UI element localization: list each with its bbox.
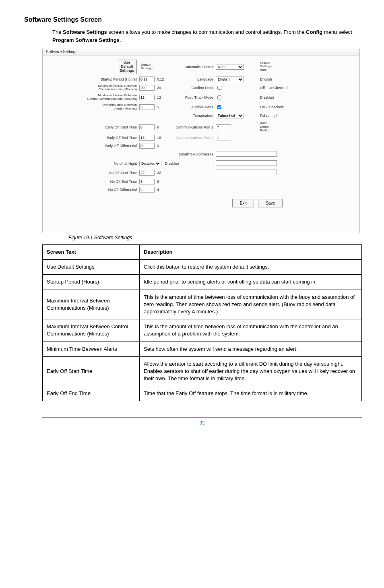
intro-bold-3: Program Software Settings [52, 37, 120, 43]
table-cell: Allows the aerator to start according to… [140, 356, 362, 386]
table-row: Use Default SettingsClick this button to… [43, 260, 362, 275]
no-off-diff-input[interactable] [139, 187, 155, 193]
table-cell: Maximum Interval Between Communications … [43, 290, 140, 319]
default-settings-header: DefaultSettings [139, 63, 165, 70]
intro-bold-1: Software Settings [63, 29, 107, 35]
no-off-night-select[interactable]: Disabled [139, 161, 161, 166]
min-alert-label: Minimum Time BetweenAlerts (Minutes) [48, 104, 139, 111]
dialog-title: Software Settings [43, 48, 359, 56]
intro-text: screen allows you to make changes to com… [107, 29, 306, 35]
table-row: Minimum Time Between AlertsSets how ofte… [43, 342, 362, 356]
no-off-start-label: No Off Start Time [48, 171, 139, 175]
table-cell: Minimum Time Between Alerts [43, 342, 140, 356]
early-off-start-input[interactable] [139, 124, 155, 130]
early-off-start-label: Early Off Start Time [48, 125, 139, 129]
email-input-3[interactable] [216, 170, 277, 175]
early-end-default: 18 [155, 136, 165, 140]
email-addresses-label: Email/Text Addresses [165, 152, 216, 156]
comm-port-1-input[interactable] [216, 124, 231, 130]
max-ctrl-default: 12 [155, 95, 165, 99]
no-off-end-default: 6 [155, 180, 165, 184]
early-start-default: 6 [155, 125, 165, 129]
table-cell: Click this button to restore the system … [140, 260, 362, 275]
table-cell: Time that the Early Off feature stops. T… [140, 386, 362, 401]
max-ctrl-interval-input[interactable] [139, 95, 155, 100]
min-alert-input[interactable] [139, 104, 155, 110]
no-off-night-label: No off at Night [48, 161, 139, 166]
no-off-start-input[interactable] [139, 170, 155, 176]
automatic-control-label: Automatic Control [165, 65, 216, 69]
table-cell: Idle period prior to sending alerts or c… [140, 275, 362, 290]
table-cell: Early Off Start Time [43, 356, 140, 386]
temperature-label: Temperature [165, 114, 216, 118]
startup-default: 0.12 [155, 77, 165, 81]
language-label: Language [165, 77, 216, 81]
table-cell: Use Default Settings [43, 260, 140, 275]
temperature-select[interactable]: Fahrenheit [216, 113, 244, 118]
no-off-end-input[interactable] [139, 179, 155, 184]
confirm-feed-label: Confirm Feed [165, 86, 216, 90]
no-off-end-label: No Off End Time [48, 180, 139, 184]
description-table: Screen Text Description Use Default Sett… [42, 244, 362, 401]
page-number: 32 [42, 417, 362, 426]
email-input-1[interactable] [216, 151, 277, 157]
email-input-2[interactable] [216, 160, 277, 166]
early-off-diff-label: Early Off Differential [48, 144, 139, 148]
early-off-end-label: Early Off End Time [48, 136, 139, 140]
language-default: English [256, 77, 272, 81]
automatic-control-select[interactable]: None [216, 64, 244, 70]
startup-period-label: Startup Period (Hours) [48, 77, 139, 81]
table-cell: Startup Period (Hours) [43, 275, 140, 290]
min-alert-default: 5 [155, 105, 165, 109]
figure-caption: Figure 19.1 Software Settings [68, 235, 360, 240]
audible-default: On - 'Checked' [256, 105, 284, 109]
intro-bold-2: Config [306, 29, 322, 35]
table-row: Startup Period (Hours)Idle period prior … [43, 275, 362, 290]
startup-period-input[interactable] [139, 77, 155, 82]
feed-truck-label: Feed Truck Mode [165, 95, 216, 99]
table-row: Early Off Start TimeAllows the aerator t… [43, 356, 362, 386]
comm-port-2-label: Communications Port 2 [165, 136, 216, 140]
table-row: Early Off End TimeTime that the Early Of… [43, 386, 362, 401]
table-row: Maximum Interval Between Communications … [43, 290, 362, 319]
table-cell: This is the amount of time between loss … [140, 290, 362, 319]
early-off-end-input[interactable] [139, 135, 155, 141]
comm-port-1-label: Communications Port 1 [165, 125, 216, 129]
table-cell: Sets how often the system will send a me… [140, 342, 362, 356]
max-interval-default: 20 [155, 86, 165, 90]
intro-text: The [52, 29, 63, 35]
feed-truck-default: Disabled [256, 95, 274, 99]
table-cell: Maximum Interval Between Control Communi… [43, 319, 140, 342]
temperature-default: Fahrenheit [256, 114, 277, 118]
intro-text: menu select [322, 29, 352, 35]
port1-note: AutoDetectRadio [256, 122, 269, 132]
confirm-feed-checkbox[interactable] [217, 86, 221, 90]
use-default-settings-button[interactable]: UseDefaultSettings [117, 60, 137, 74]
save-button[interactable]: Save [258, 199, 283, 207]
feed-truck-checkbox[interactable] [217, 95, 221, 99]
max-interval-label: Maximum Interval BetweenCommunications (… [48, 85, 139, 92]
table-header-2: Description [140, 245, 362, 260]
no-off-diff-default: 4 [155, 188, 165, 192]
early-off-diff-input[interactable] [139, 143, 155, 149]
table-row: Maximum Interval Between Control Communi… [43, 319, 362, 342]
audible-alerts-label: Audible Alerts [165, 105, 216, 109]
table-cell: This is the amount of time between loss … [140, 319, 362, 342]
intro-paragraph: The Software Settings screen allows you … [52, 28, 360, 44]
software-settings-dialog: Software Settings UseDefaultSettings Def… [42, 48, 360, 233]
table-cell: Early Off End Time [43, 386, 140, 401]
exit-button[interactable]: Exit [232, 199, 254, 207]
no-off-start-default: 22 [155, 171, 165, 175]
max-ctrl-interval-label: Maximum Interval BetweenControl Communic… [48, 94, 139, 101]
page-heading: Software Settings Screen [24, 16, 360, 23]
language-select[interactable]: English [216, 77, 244, 82]
comm-port-2-input [216, 135, 231, 141]
default-settings-header-2: DefaultSettingsAuto [256, 62, 272, 72]
intro-text: . [120, 37, 121, 43]
max-interval-input[interactable] [139, 85, 155, 91]
no-off-diff-label: No Off Differential [48, 188, 139, 192]
early-diff-default: 0 [155, 144, 165, 148]
audible-alerts-checkbox[interactable] [217, 105, 221, 109]
confirm-feed-default: Off - 'UnChecked' [256, 86, 288, 90]
table-header-1: Screen Text [43, 245, 140, 260]
